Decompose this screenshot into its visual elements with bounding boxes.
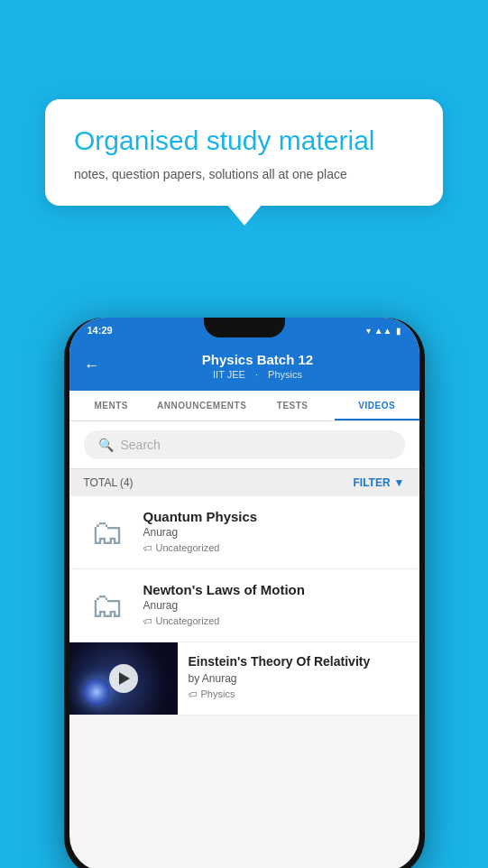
item-title: Quantum Physics	[143, 509, 405, 524]
signal-icon: ▲▲	[374, 326, 392, 336]
search-placeholder: Search	[121, 438, 161, 452]
folder-icon: 🗂	[90, 513, 124, 552]
phone-notch	[204, 318, 285, 337]
item-icon-wrap: 🗂	[84, 509, 131, 556]
filter-icon: ▼	[394, 476, 405, 489]
bubble-title: Organised study material	[74, 125, 414, 157]
tag-icon: 🏷	[189, 689, 198, 699]
play-button[interactable]	[109, 664, 138, 693]
search-icon: 🔍	[98, 438, 114, 452]
header-subtitle: IIT JEE · Physics	[111, 369, 405, 380]
item-author: Anurag	[143, 526, 405, 539]
header-subtitle-part1: IIT JEE	[213, 369, 245, 380]
back-button[interactable]: ←	[84, 356, 100, 375]
phone-frame: 14:29 ▾ ▲▲ ▮ ← Physics Batch 12 IIT JEE …	[64, 318, 425, 868]
item-info: Quantum Physics Anurag 🏷 Uncategorized	[143, 509, 405, 553]
play-icon	[119, 672, 130, 685]
header-center: Physics Batch 12 IIT JEE · Physics	[111, 352, 405, 380]
tab-ments[interactable]: MENTS	[69, 391, 154, 420]
filter-button[interactable]: FILTER ▼	[354, 476, 405, 489]
tag-label: Uncategorized	[156, 615, 220, 626]
tag-icon: 🏷	[143, 543, 152, 553]
tab-announcements[interactable]: ANNOUNCEMENTS	[153, 391, 250, 420]
total-count: TOTAL (4)	[84, 476, 134, 489]
search-container: 🔍 Search	[69, 421, 419, 469]
speech-bubble: Organised study material notes, question…	[45, 99, 443, 206]
tab-tests[interactable]: TESTS	[250, 391, 335, 420]
tab-videos[interactable]: VIDEOS	[335, 391, 419, 420]
item-tag: 🏷 Uncategorized	[143, 615, 405, 626]
thumb-info: Einstein's Theory Of Relativity by Anura…	[178, 642, 419, 710]
list-item-video[interactable]: Einstein's Theory Of Relativity by Anura…	[69, 642, 419, 716]
header-subtitle-part2: Physics	[268, 369, 302, 380]
item-author: by Anurag	[189, 672, 409, 685]
list-item[interactable]: 🗂 Quantum Physics Anurag 🏷 Uncategorized	[69, 496, 419, 569]
search-box[interactable]: 🔍 Search	[84, 430, 405, 459]
app-header: ← Physics Batch 12 IIT JEE · Physics	[69, 343, 419, 391]
folder-icon: 🗂	[90, 586, 124, 625]
item-tag: 🏷 Physics	[189, 688, 409, 699]
tabs-bar: MENTS ANNOUNCEMENTS TESTS VIDEOS	[69, 391, 419, 421]
battery-icon: ▮	[396, 326, 401, 336]
item-info: Newton's Laws of Motion Anurag 🏷 Uncateg…	[143, 582, 405, 626]
item-title: Einstein's Theory Of Relativity	[189, 653, 409, 669]
status-time: 14:29	[87, 325, 113, 336]
header-subtitle-sep: ·	[255, 369, 261, 380]
thumb-orb	[83, 679, 110, 706]
item-icon-wrap: 🗂	[84, 582, 131, 629]
bubble-subtitle: notes, question papers, solutions all at…	[74, 166, 414, 184]
content-list: 🗂 Quantum Physics Anurag 🏷 Uncategorized…	[69, 496, 419, 716]
header-title: Physics Batch 12	[111, 352, 405, 367]
list-item[interactable]: 🗂 Newton's Laws of Motion Anurag 🏷 Uncat…	[69, 569, 419, 642]
item-title: Newton's Laws of Motion	[143, 582, 405, 597]
filter-bar: TOTAL (4) FILTER ▼	[69, 469, 419, 496]
phone-screen: 14:29 ▾ ▲▲ ▮ ← Physics Batch 12 IIT JEE …	[69, 318, 419, 868]
filter-label: FILTER	[354, 476, 391, 489]
status-icons: ▾ ▲▲ ▮	[366, 326, 401, 336]
item-tag: 🏷 Uncategorized	[143, 542, 405, 553]
tag-label: Uncategorized	[156, 542, 220, 553]
tag-icon: 🏷	[143, 616, 152, 626]
video-thumbnail	[69, 642, 178, 715]
tag-label: Physics	[201, 688, 235, 699]
wifi-icon: ▾	[366, 326, 371, 336]
item-author: Anurag	[143, 599, 405, 612]
